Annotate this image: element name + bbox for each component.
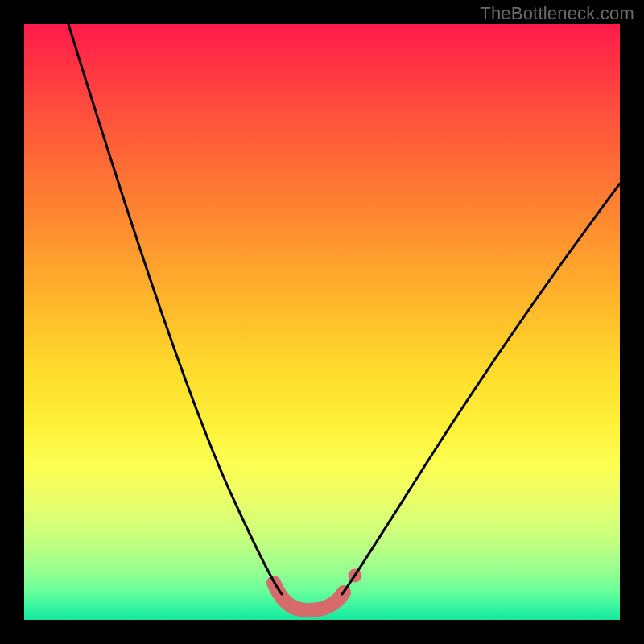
curve-layer <box>24 24 620 620</box>
right-curve <box>342 184 620 594</box>
plot-area <box>24 24 620 620</box>
left-curve <box>68 24 282 594</box>
watermark-text: TheBottleneck.com <box>480 3 634 24</box>
chart-frame: TheBottleneck.com <box>0 0 644 644</box>
bottom-band <box>274 583 344 610</box>
